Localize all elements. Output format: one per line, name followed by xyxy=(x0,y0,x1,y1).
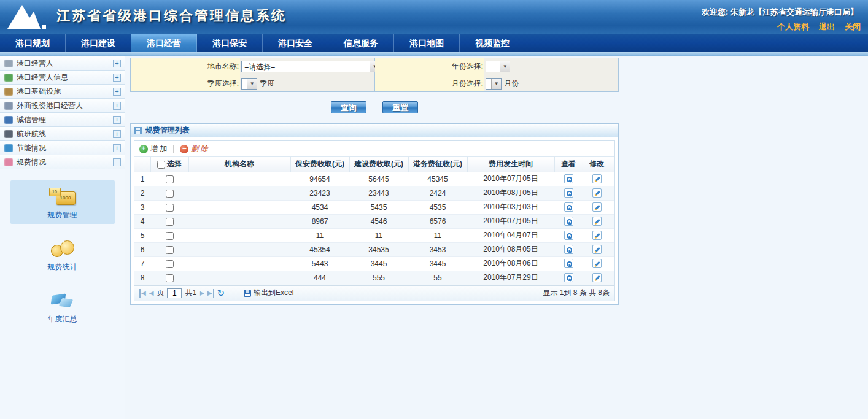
view-cell xyxy=(554,214,583,228)
view-icon[interactable] xyxy=(564,231,573,240)
row-checkbox[interactable] xyxy=(166,246,174,254)
form-buttons: 查询 重置 xyxy=(130,101,619,113)
sidebar-item[interactable]: 航班航线+ xyxy=(0,127,125,141)
sidebar-item[interactable]: 港口经营人信息+ xyxy=(0,71,125,85)
edit-icon[interactable] xyxy=(592,188,602,198)
view-cell xyxy=(554,172,583,186)
close-link[interactable]: 关闭 xyxy=(845,22,861,31)
edit-icon[interactable] xyxy=(592,217,602,226)
profile-link[interactable]: 个人资料 xyxy=(777,22,809,31)
table-toolbar: + 增 加 − 删 除 xyxy=(134,141,614,157)
quarter-select[interactable]: ▼ xyxy=(241,78,257,90)
view-icon[interactable] xyxy=(564,217,573,226)
sidebar-subitem[interactable]: 规费统计 xyxy=(10,233,115,276)
view-icon[interactable] xyxy=(564,188,573,198)
sidebar-item-label: 港口基础设施 xyxy=(17,86,113,97)
prev-page-icon[interactable]: ◀ xyxy=(149,289,154,298)
integrity-management-icon xyxy=(4,116,13,124)
city-select[interactable]: =请选择= ▼ xyxy=(241,61,380,72)
view-icon[interactable] xyxy=(564,202,573,212)
sidebar-item[interactable]: 诚信管理+ xyxy=(0,113,125,127)
sidebar-subitem[interactable]: 规费管理 xyxy=(10,180,115,224)
sidebar-item-label: 港口经营人信息 xyxy=(17,72,113,83)
delete-button[interactable]: − 删 除 xyxy=(180,144,207,154)
total-pages: 共1 xyxy=(185,288,196,298)
row-checkbox[interactable] xyxy=(166,260,174,268)
expand-icon[interactable]: + xyxy=(113,88,121,96)
month-select[interactable]: ▼ xyxy=(486,78,502,90)
org-name-cell xyxy=(188,200,290,214)
foreign-investment-icon xyxy=(4,102,13,110)
nav-tab[interactable]: 信息服务 xyxy=(328,34,394,52)
expand-icon[interactable]: + xyxy=(113,102,121,110)
sidebar-item-label: 航班航线 xyxy=(17,129,113,139)
edit-icon[interactable] xyxy=(592,245,602,254)
column-label: 查看 xyxy=(554,157,583,172)
construction-fee-cell: 5435 xyxy=(349,200,408,214)
view-icon[interactable] xyxy=(564,245,573,254)
security-fee-cell: 45354 xyxy=(290,242,349,256)
edit-icon[interactable] xyxy=(592,202,602,212)
sidebar-subitem[interactable]: 年度汇总 xyxy=(10,285,115,328)
pagination: ◀ ◀ 页 共1 ▶ ▶ ↻ 输出到Excel 显示 1到 8 条 共 xyxy=(134,285,614,301)
add-button[interactable]: + 增 加 xyxy=(139,144,167,154)
row-checkbox[interactable] xyxy=(166,274,174,282)
expand-icon[interactable]: + xyxy=(113,130,121,138)
infrastructure-icon xyxy=(4,88,13,96)
row-checkbox[interactable] xyxy=(166,232,174,240)
sidebar-item[interactable]: 节能情况+ xyxy=(0,141,125,155)
row-checkbox[interactable] xyxy=(166,204,174,212)
logout-link[interactable]: 退出 xyxy=(819,22,835,31)
org-name-cell xyxy=(188,186,290,200)
data-table: 选择机构名称保安费收取(元)建设费收取(元)港务费征收(元)费用发生时间查看修改… xyxy=(134,157,614,285)
nav-tab[interactable]: 视频监控 xyxy=(460,34,525,52)
view-icon[interactable] xyxy=(564,273,573,282)
query-button[interactable]: 查询 xyxy=(331,101,366,113)
sidebar-item[interactable]: 港口经营人+ xyxy=(0,56,125,71)
first-page-icon[interactable]: ◀ xyxy=(139,289,146,298)
reset-button[interactable]: 重置 xyxy=(382,101,418,113)
sidebar-item[interactable]: 港口基础设施+ xyxy=(0,85,125,99)
nav-tabs: 港口规划港口建设港口经营港口保安港口安全信息服务港口地图视频监控 xyxy=(0,34,868,52)
fee-management-icon xyxy=(48,186,77,207)
view-icon[interactable] xyxy=(564,174,573,183)
collapse-icon[interactable]: - xyxy=(113,158,121,166)
edit-icon[interactable] xyxy=(592,231,602,240)
construction-fee-cell: 555 xyxy=(349,271,408,285)
nav-tab[interactable]: 港口保安 xyxy=(197,34,263,52)
view-cell xyxy=(554,271,583,285)
sidebar-item[interactable]: 规费情况- xyxy=(0,155,125,169)
expand-icon[interactable]: + xyxy=(113,116,121,124)
view-icon[interactable] xyxy=(564,259,573,268)
edit-icon[interactable] xyxy=(592,273,602,282)
expand-icon[interactable]: + xyxy=(113,60,121,67)
row-select-cell xyxy=(150,271,188,285)
expand-icon[interactable]: + xyxy=(113,74,121,82)
row-checkbox[interactable] xyxy=(166,218,174,226)
sidebar-item[interactable]: 外商投资港口经营人+ xyxy=(0,99,125,113)
nav-tab[interactable]: 港口地图 xyxy=(394,34,460,52)
refresh-icon[interactable]: ↻ xyxy=(217,288,225,299)
last-page-icon[interactable]: ▶ xyxy=(207,289,214,298)
year-select[interactable]: ▼ xyxy=(486,61,510,72)
select-all-checkbox[interactable] xyxy=(157,161,165,169)
nav-tab[interactable]: 港口经营 xyxy=(131,34,197,52)
sidebar: 港口经营人+港口经营人信息+港口基础设施+外商投资港口经营人+诚信管理+航班航线… xyxy=(0,56,125,419)
nav-tab[interactable]: 港口规划 xyxy=(0,34,66,52)
row-checkbox[interactable] xyxy=(166,175,174,183)
port-fee-cell: 3445 xyxy=(408,256,467,271)
nav-tab[interactable]: 港口建设 xyxy=(66,34,131,52)
record-summary: 显示 1到 8 条 共 8条 xyxy=(543,288,610,298)
edit-icon[interactable] xyxy=(592,174,602,183)
export-excel-button[interactable]: 输出到Excel xyxy=(244,288,293,298)
nav-tab[interactable]: 港口安全 xyxy=(263,34,328,52)
security-fee-cell: 94654 xyxy=(290,172,349,186)
edit-cell xyxy=(583,200,611,214)
edit-icon[interactable] xyxy=(592,259,602,268)
page-input[interactable] xyxy=(167,288,182,298)
expand-icon[interactable]: + xyxy=(113,144,121,152)
next-page-icon[interactable]: ▶ xyxy=(200,289,204,298)
column-label: 港务费征收(元) xyxy=(408,157,467,172)
row-checkbox[interactable] xyxy=(166,190,174,198)
chevron-down-icon: ▼ xyxy=(500,61,510,72)
